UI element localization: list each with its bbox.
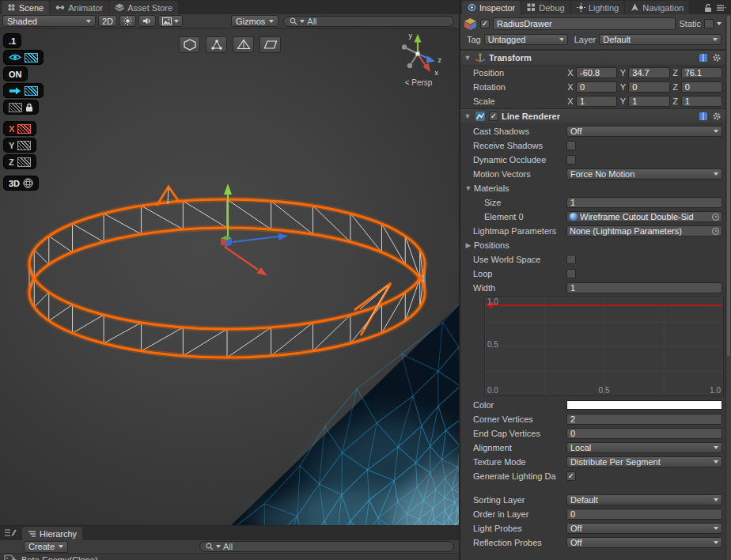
scale-y-field[interactable]: 1	[628, 96, 669, 107]
tag-icon[interactable]	[4, 554, 15, 560]
perspective-label[interactable]: < Persp	[394, 78, 443, 87]
alignment-dropdown[interactable]: Local	[566, 442, 722, 453]
materials-size-field[interactable]: 1	[566, 197, 722, 208]
vertex-tool-button[interactable]	[206, 36, 227, 53]
use-world-space-checkbox[interactable]	[566, 255, 576, 264]
gear-icon[interactable]	[712, 53, 722, 62]
line-renderer-foldout[interactable]: ▼	[464, 112, 472, 120]
tab-inspector[interactable]: Inspector	[462, 1, 521, 14]
color-color[interactable]	[566, 400, 722, 410]
object-picker-icon[interactable]	[712, 228, 719, 235]
plane-tool-button[interactable]	[259, 36, 281, 53]
edit-list-icon[interactable]	[4, 528, 17, 538]
x-axis-toggle-button[interactable]: X	[3, 121, 36, 136]
gameobject-cube-icon[interactable]	[464, 17, 477, 31]
transform-foldout[interactable]: ▼	[464, 54, 472, 62]
loop-checkbox[interactable]	[566, 269, 576, 278]
cast-shadows-dropdown[interactable]: Off	[566, 126, 722, 137]
y-axis-handle[interactable]	[415, 34, 422, 43]
tab-lighting[interactable]: Lighting	[571, 1, 625, 14]
scene-effects-dropdown[interactable]	[158, 15, 183, 27]
value-toggle-button[interactable]: .1	[3, 33, 21, 48]
lock-icon[interactable]	[704, 3, 712, 13]
curve-line[interactable]	[485, 305, 723, 306]
gameobject-name-field[interactable]: RadiusDrawer	[493, 17, 676, 30]
tag-dropdown[interactable]: Untagged	[484, 34, 568, 45]
z-axis-toggle-button[interactable]: Z	[3, 154, 36, 169]
tab-hierarchy[interactable]: Hierarchy	[22, 527, 82, 540]
on-toggle-button[interactable]: ON	[3, 66, 28, 81]
light-probes-dropdown[interactable]: Off	[566, 523, 722, 534]
shading-mode-dropdown[interactable]: Shaded	[2, 15, 96, 27]
gear-icon[interactable]	[712, 112, 722, 121]
position-y-field[interactable]: 34.7	[628, 67, 669, 78]
layer-dropdown[interactable]: Default	[599, 34, 722, 45]
width-curve-editor[interactable]: 1.0 0.5 0.0 0.5 1.0	[484, 297, 724, 396]
direction-toggle-button[interactable]	[3, 83, 44, 98]
positions-foldout[interactable]: ▶	[464, 241, 472, 249]
z-axis-handle[interactable]	[426, 56, 436, 63]
move-gizmo-z-arrow[interactable]	[278, 233, 289, 240]
tab-navigation[interactable]: Navigation	[625, 1, 689, 14]
lock-toggle-button[interactable]	[3, 100, 39, 115]
generate-lighting-data-checkbox[interactable]: ✓	[566, 471, 576, 481]
rotation-x-field[interactable]: 0	[576, 81, 617, 93]
menu-icon[interactable]	[717, 4, 726, 12]
rotation-y-field[interactable]: 0	[628, 81, 669, 93]
tab-scene[interactable]: Scene	[2, 1, 49, 14]
visibility-toggle-button[interactable]	[3, 50, 44, 65]
inspector-scrollbar[interactable]	[725, 14, 731, 560]
scale-x-field[interactable]: 1	[576, 96, 617, 107]
help-book-icon[interactable]	[699, 112, 708, 121]
tab-debug[interactable]: Debug	[521, 1, 570, 14]
scrollbar-thumb[interactable]	[727, 16, 730, 356]
scene-viewport[interactable]: .1ONXYZ3D y z x < Persp	[0, 28, 459, 525]
tab-animator[interactable]: Animator	[50, 1, 108, 14]
materials-foldout[interactable]: ▼	[464, 184, 472, 192]
move-gizmo-y-arrow[interactable]	[224, 184, 232, 195]
move-gizmo-x-arrow[interactable]	[257, 267, 267, 276]
dynamic-occludee-checkbox[interactable]	[566, 155, 576, 165]
order-in-layer-field[interactable]: 0	[566, 509, 722, 520]
hexagon-tool-button[interactable]	[179, 36, 200, 53]
motion-vectors-dropdown[interactable]: Force No Motion	[566, 168, 722, 180]
3d-mode-toggle-button[interactable]: 3D	[3, 176, 39, 191]
scene-lighting-toggle[interactable]	[119, 15, 136, 27]
tab-asset-store[interactable]: Asset Store	[109, 1, 178, 14]
static-checkbox[interactable]	[704, 19, 714, 28]
corner-vertices-field[interactable]: 2	[566, 414, 722, 425]
scene-canvas[interactable]	[0, 28, 459, 525]
scale-z-field[interactable]: 1	[681, 96, 722, 107]
lightmap-parameters-object[interactable]: None (Lightmap Parameters)	[566, 225, 722, 236]
receive-shadows-checkbox[interactable]	[566, 141, 576, 150]
2d-toggle[interactable]: 2D	[98, 15, 117, 27]
sorting-layer-dropdown[interactable]: Default	[566, 494, 722, 505]
position-x-field[interactable]: -60.8	[576, 67, 617, 78]
hierarchy-item[interactable]: ▶ Beta-Enemy(Clone)	[0, 554, 459, 560]
gameobject-enabled-checkbox[interactable]: ✓	[480, 19, 490, 28]
reflection-probes-dropdown[interactable]: Off	[566, 537, 722, 548]
negative-axis-handle[interactable]	[407, 63, 412, 68]
help-book-icon[interactable]	[699, 53, 708, 62]
create-dropdown[interactable]: Create	[24, 541, 68, 553]
negative-axis-handle[interactable]	[402, 44, 407, 49]
position-z-field[interactable]: 76.1	[681, 67, 722, 78]
scene-search-input[interactable]: All	[283, 16, 454, 27]
gizmo-center-cube[interactable]	[416, 52, 420, 56]
orientation-gizmo-axes[interactable]: y z x	[395, 30, 442, 76]
object-picker-icon[interactable]	[712, 214, 719, 221]
line-renderer-enabled-checkbox[interactable]: ✓	[489, 112, 498, 121]
orientation-gizmo[interactable]: y z x < Persp	[394, 30, 443, 87]
static-dropdown-caret[interactable]	[717, 22, 722, 25]
hierarchy-search-input[interactable]: All	[199, 541, 454, 552]
scene-audio-toggle[interactable]	[138, 15, 156, 27]
gizmos-dropdown[interactable]: Gizmos	[231, 15, 278, 27]
y-axis-toggle-button[interactable]: Y	[3, 138, 36, 153]
line-renderer-header[interactable]: ▼ ✓ Line Renderer	[460, 108, 731, 124]
materials-element-0-object[interactable]: Wireframe Cutout Double-Sid	[566, 211, 722, 222]
pyramid-tool-button[interactable]	[233, 36, 254, 53]
transform-header[interactable]: ▼ Transform	[460, 50, 731, 66]
end-cap-vertices-field[interactable]: 0	[566, 428, 722, 439]
width-field[interactable]: 1	[566, 282, 722, 293]
texture-mode-dropdown[interactable]: Distribute Per Segment	[566, 456, 722, 467]
